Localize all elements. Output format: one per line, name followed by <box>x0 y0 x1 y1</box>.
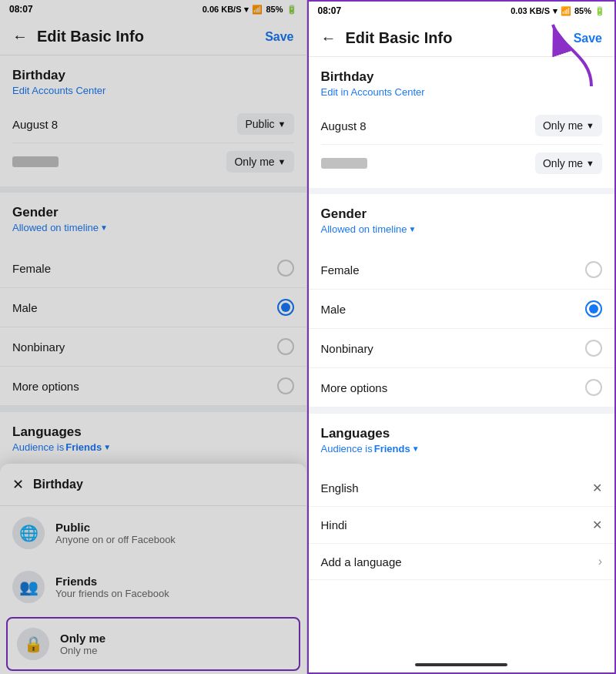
back-button-left[interactable]: ← <box>12 28 28 45</box>
sheet-option-public[interactable]: 🌐 Public Anyone on or off Facebook <box>0 506 306 560</box>
gender-nonbinary-radio-left[interactable] <box>277 338 294 355</box>
page-title-right: Edit Basic Info <box>346 29 453 47</box>
gender-female-row-left[interactable]: Female <box>0 249 306 288</box>
gender-male-row-right[interactable]: Male <box>309 290 615 329</box>
languages-subtitle-caret-left: ▼ <box>103 443 111 451</box>
gender-female-label-left: Female <box>12 262 51 275</box>
gender-nonbinary-row-right[interactable]: Nonbinary <box>309 329 615 368</box>
sheet-option-onlyme-text: Only me Only me <box>60 632 105 656</box>
divider-2-right <box>309 407 615 414</box>
data-icon-right: 📶 <box>561 6 571 16</box>
english-label: English <box>321 481 359 495</box>
gender-more-label-right: More options <box>321 381 388 394</box>
gender-nonbinary-radio-right[interactable] <box>585 340 602 357</box>
date-audience-btn-left[interactable]: Public ▼ <box>237 113 293 135</box>
languages-subtitle-right[interactable]: Audience is Friends ▼ <box>321 443 603 454</box>
status-time-right: 08:07 <box>318 5 342 16</box>
content-right: Birthday Edit in Accounts Center August … <box>309 57 615 657</box>
data-icon: 📶 <box>252 5 263 15</box>
gender-section-right: Gender Allowed on timeline ▼ <box>309 194 615 250</box>
sheet-option-friends[interactable]: 👥 Friends Your friends on Facebook <box>0 560 306 614</box>
sheet-option-friends-title: Friends <box>55 575 169 588</box>
birthday-section-left: Birthday Edit Accounts Center August 8 P… <box>0 55 306 186</box>
bottom-sheet-left: ✕ Birthday 🌐 Public Anyone on or off Fac… <box>0 464 306 674</box>
right-panel: 08:07 0.03 KB/S ▾ 📶 85% 🔋 ← Edit Basic I… <box>307 0 617 674</box>
sheet-option-public-desc: Anyone on or off Facebook <box>55 534 176 545</box>
languages-friends-link-right: Friends <box>374 443 410 454</box>
birthday-year-row-left: Only me ▼ <box>12 143 294 180</box>
languages-subtitle-left[interactable]: Audience is Friends ▼ <box>12 441 294 453</box>
battery-right: 85% <box>574 6 591 15</box>
hindi-row[interactable]: Hindi ✕ <box>309 507 615 544</box>
hindi-remove-button[interactable]: ✕ <box>592 518 602 532</box>
status-right-right: 0.03 KB/S ▾ 📶 85% 🔋 <box>511 6 605 16</box>
date-audience-btn-right[interactable]: Only me ▼ <box>535 115 602 136</box>
back-button-right[interactable]: ← <box>321 29 336 47</box>
gender-nonbinary-label-right: Nonbinary <box>321 342 373 355</box>
birthday-date-left: August 8 <box>12 118 58 131</box>
sheet-option-onlyme[interactable]: 🔒 Only me Only me <box>6 617 300 671</box>
gender-subtitle-right[interactable]: Allowed on timeline ▼ <box>321 223 603 235</box>
gender-more-label-left: More options <box>12 380 79 393</box>
save-button-right[interactable]: Save <box>574 32 602 45</box>
signal-right: 0.03 KB/S <box>511 6 550 15</box>
gender-male-row-left[interactable]: Male <box>0 288 306 327</box>
gender-more-row-right[interactable]: More options <box>309 368 615 407</box>
add-language-row[interactable]: Add a language › <box>309 544 615 580</box>
gender-male-radio-left[interactable] <box>277 299 294 316</box>
left-panel: 08:07 0.06 KB/S ▾ 📶 85% 🔋 ← Edit Basic I… <box>0 0 307 674</box>
home-indicator <box>309 657 615 672</box>
divider-1-right <box>309 188 615 194</box>
battery-icon-right: 🔋 <box>594 6 605 16</box>
gender-female-row-right[interactable]: Female <box>309 250 615 290</box>
battery-icon-left: 🔋 <box>286 5 297 15</box>
sheet-option-public-title: Public <box>55 521 176 534</box>
gender-female-label-right: Female <box>321 263 360 277</box>
battery-left: 85% <box>266 5 283 14</box>
gender-more-row-left[interactable]: More options <box>0 367 306 406</box>
english-row[interactable]: English ✕ <box>309 470 615 507</box>
hindi-label: Hindi <box>321 518 347 531</box>
year-audience-btn-left[interactable]: Only me ▼ <box>226 151 293 173</box>
date-audience-caret-left: ▼ <box>278 119 286 129</box>
gender-female-radio-right[interactable] <box>585 261 602 278</box>
friends-icon: 👥 <box>12 571 45 603</box>
languages-section-right: Languages Audience is Friends ▼ <box>309 414 615 470</box>
birthday-subtitle-right[interactable]: Edit in Accounts Center <box>321 86 603 98</box>
sheet-option-friends-desc: Your friends on Facebook <box>55 588 169 599</box>
sheet-close-button[interactable]: ✕ <box>12 476 24 493</box>
gender-male-radio-right[interactable] <box>585 300 602 317</box>
year-audience-caret-left: ▼ <box>278 157 286 166</box>
gender-female-radio-left[interactable] <box>277 260 294 277</box>
date-audience-caret-right: ▼ <box>586 121 594 130</box>
gender-more-radio-left[interactable] <box>277 377 294 394</box>
status-bar-right: 08:07 0.03 KB/S ▾ 📶 85% 🔋 <box>309 2 615 20</box>
birthday-subtitle-left[interactable]: Edit Accounts Center <box>12 85 294 96</box>
home-bar <box>415 663 507 666</box>
year-audience-caret-right: ▼ <box>586 159 594 168</box>
gender-subtitle-left[interactable]: Allowed on timeline ▼ <box>12 222 294 233</box>
save-button-left[interactable]: Save <box>265 30 293 44</box>
gender-subtitle-caret-right: ▼ <box>409 225 417 233</box>
english-remove-button[interactable]: ✕ <box>592 481 602 495</box>
gender-male-label-right: Male <box>321 303 346 316</box>
add-language-label: Add a language <box>321 555 402 568</box>
gender-more-radio-right[interactable] <box>585 379 602 396</box>
gender-nonbinary-row-left[interactable]: Nonbinary <box>0 327 306 367</box>
gender-title-right: Gender <box>321 206 603 222</box>
languages-section-left: Languages Audience is Friends ▼ <box>0 412 306 468</box>
gender-section-left: Gender Allowed on timeline ▼ <box>0 193 306 249</box>
languages-subtitle-caret-right: ▼ <box>412 444 420 453</box>
gender-male-radio-inner-right <box>589 304 598 314</box>
sheet-option-public-text: Public Anyone on or off Facebook <box>55 521 176 545</box>
year-audience-btn-right[interactable]: Only me ▼ <box>535 153 602 174</box>
sheet-header-left: ✕ Birthday <box>0 464 306 506</box>
divider-1-left <box>0 186 306 193</box>
header-right-group: ← Edit Basic Info <box>321 29 453 47</box>
header-left: ← Edit Basic Info Save <box>0 18 306 55</box>
add-language-chevron: › <box>598 555 602 568</box>
sheet-title: Birthday <box>33 478 83 491</box>
gender-male-radio-inner-left <box>281 303 290 312</box>
gender-male-label-left: Male <box>12 301 38 314</box>
birthday-date-right: August 8 <box>321 119 367 132</box>
